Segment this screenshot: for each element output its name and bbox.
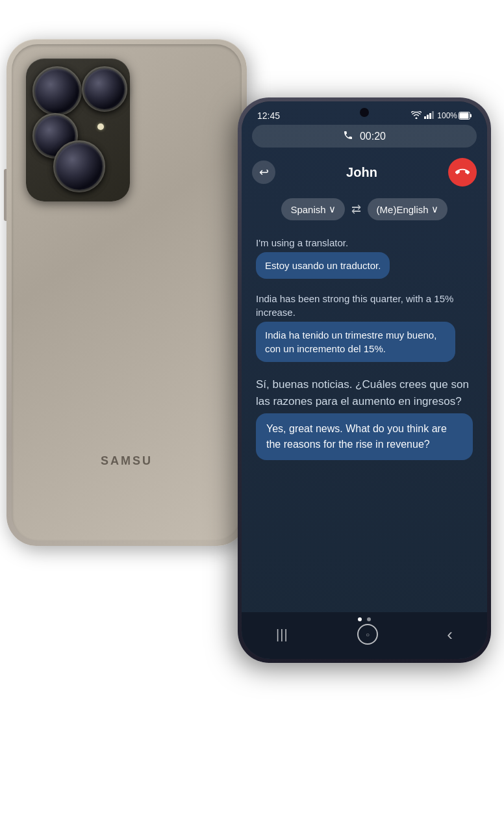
page-indicators [358, 617, 371, 621]
phone-screen: 12:45 [242, 101, 487, 659]
translator-header: ↩ John [242, 154, 487, 193]
svg-rect-5 [460, 113, 469, 119]
message-1-original: I'm using a translator. [256, 233, 473, 252]
phone-back: SAMSU [6, 39, 247, 546]
screen-content: 12:45 [242, 101, 487, 659]
camera-lens-1 [35, 69, 79, 113]
call-bar: 00:20 [252, 125, 477, 148]
source-language-label: Spanish [290, 204, 325, 215]
status-time: 12:45 [257, 110, 280, 121]
language-selector: Spanish ∨ ⇄ (Me)English ∨ [242, 193, 487, 228]
recents-button[interactable]: ||| [276, 627, 288, 642]
home-button[interactable]: ○ [357, 624, 378, 645]
front-camera [360, 108, 369, 117]
source-language-selector[interactable]: Spanish ∨ [281, 198, 344, 220]
call-duration: 00:20 [360, 131, 386, 142]
target-language-label: (Me)English [377, 204, 429, 215]
chat-area: I'm using a translator. Estoy usando un … [242, 228, 487, 473]
message-group-2: India has been strong this quarter, with… [256, 289, 473, 362]
status-icons: 100% [411, 111, 472, 121]
svg-rect-0 [424, 116, 426, 119]
message-1-translated: Estoy usando un traductor. [256, 252, 390, 279]
message-2-translated: India ha tenido un trimestre muy bueno, … [256, 322, 455, 362]
bottom-navigation: ||| ○ ‹ [242, 612, 487, 659]
page-dot-1 [358, 617, 362, 621]
brand-label: SAMSU [101, 454, 153, 468]
message-3-translated-large: Yes, great news. What do you think are t… [256, 413, 473, 460]
back-button[interactable]: ↩ [252, 161, 275, 184]
swap-languages-icon[interactable]: ⇄ [351, 202, 361, 216]
phone-icon [343, 130, 353, 142]
message-group-1: I'm using a translator. Estoy usando un … [256, 233, 473, 279]
battery-percent: 100% [437, 111, 457, 120]
back-nav-button[interactable]: ‹ [447, 625, 453, 645]
page-dot-2 [367, 617, 371, 621]
side-button-volume [4, 169, 6, 221]
svg-rect-6 [470, 114, 472, 118]
svg-rect-2 [429, 113, 431, 119]
camera-lens-2 [84, 69, 125, 109]
message-2-original: India has been strong this quarter, with… [256, 289, 473, 322]
target-language-selector[interactable]: (Me)English ∨ [368, 198, 447, 220]
camera-lens-4 [56, 143, 103, 190]
message-group-3: Sí, buenas noticias. ¿Cuáles crees que s… [256, 372, 473, 460]
flash-dot [97, 123, 104, 130]
camera-module [26, 58, 130, 201]
svg-rect-3 [432, 111, 434, 119]
battery-icon: 100% [437, 111, 472, 120]
signal-icon [424, 111, 435, 121]
end-call-button[interactable] [448, 158, 477, 187]
svg-rect-1 [427, 114, 429, 119]
source-chevron-icon: ∨ [329, 203, 336, 215]
wifi-icon [411, 111, 422, 121]
message-3-original-large: Sí, buenas noticias. ¿Cuáles crees que s… [256, 372, 473, 413]
contact-name: John [275, 165, 448, 180]
target-chevron-icon: ∨ [431, 203, 438, 215]
back-icon: ↩ [259, 165, 269, 179]
phone-front: 12:45 [238, 97, 491, 663]
